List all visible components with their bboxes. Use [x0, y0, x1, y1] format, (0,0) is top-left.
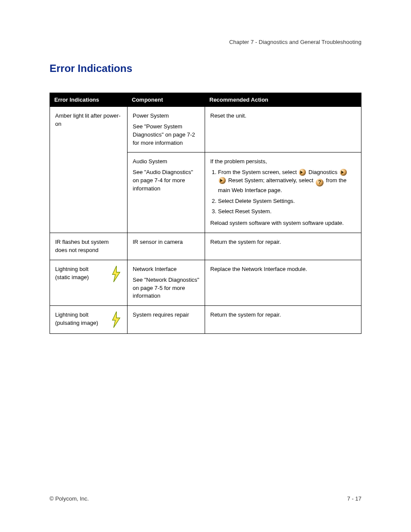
- component-label: IR sensor in camera: [133, 239, 183, 245]
- indication-sub: (static image): [55, 274, 106, 282]
- th-action: Recommended Action: [205, 93, 361, 107]
- indication-text: IR flashes but system does not respond: [55, 239, 109, 253]
- step-text: alternatively, select: [266, 177, 315, 184]
- action-step: Select Delete System Settings.: [218, 197, 356, 205]
- action-text: Return the system for repair.: [210, 239, 281, 245]
- table-row: Lightning bolt (static image) Network In…: [50, 260, 361, 305]
- footer-copyright: © Polycom, Inc.: [50, 495, 89, 502]
- action-lead: If the problem persists,: [210, 158, 356, 166]
- action-step: Select Reset System.: [218, 208, 356, 216]
- action-text: Reset the unit.: [210, 112, 246, 119]
- cell-action: Return the system for repair.: [205, 233, 361, 260]
- step-text: Diagnostics: [308, 169, 337, 175]
- footer-pageno: 7 - 17: [347, 495, 361, 502]
- cell-component: Power System See "Power System Diagnosti…: [128, 107, 205, 152]
- cell-indication: IR flashes but system does not respond: [50, 233, 128, 260]
- lightning-bolt-icon: [110, 311, 122, 328]
- th-indication: Error Indications: [50, 93, 128, 107]
- arrow-right-icon: [299, 169, 306, 176]
- arrow-right-icon: [219, 177, 226, 184]
- arrow-right-icon: [340, 169, 347, 176]
- component-sub: See "Audio Diagnostics" on page 7-4 for …: [133, 168, 199, 193]
- table-row: Amber light lit after power-on Power Sys…: [50, 107, 361, 152]
- breadcrumb: Chapter 7 - Diagnostics and General Trou…: [50, 39, 361, 45]
- component-label: Power System: [133, 112, 199, 120]
- cell-component: Network Interface See "Network Diagnosti…: [128, 260, 205, 305]
- cell-component: System requires repair: [128, 306, 205, 334]
- component-label: Network Interface: [133, 265, 199, 274]
- table-row: IR flashes but system does not respond I…: [50, 233, 361, 260]
- error-indications-table: Error Indications Component Recommended …: [50, 93, 361, 334]
- cell-action: Reset the unit.: [205, 107, 361, 152]
- cell-component: Audio System See "Audio Diagnostics" on …: [128, 152, 205, 233]
- svg-marker-0: [112, 266, 120, 282]
- cell-indication: Lightning bolt (static image): [50, 260, 128, 305]
- indication-text: Lightning bolt: [55, 265, 106, 274]
- step-text: Reset System: [228, 177, 263, 184]
- indication-text: Amber light lit after power-on: [55, 112, 121, 127]
- component-sub: See "Network Diagnostics" on page 7-5 fo…: [133, 276, 199, 301]
- action-step: From the System screen, select Diagnosti…: [218, 168, 356, 194]
- cell-indication: Lightning bolt (pulsating image): [50, 306, 128, 334]
- step-text: From the System screen, select: [218, 169, 298, 175]
- cell-indication: Amber light lit after power-on: [50, 107, 128, 233]
- section-title: Error Indications: [50, 62, 361, 75]
- action-text: Return the system for repair.: [210, 311, 281, 318]
- action-text: Replace the Network Interface module.: [210, 266, 307, 272]
- page-footer: © Polycom, Inc. 7 - 17: [50, 495, 361, 502]
- table-row: Lightning bolt (pulsating image) System …: [50, 306, 361, 334]
- cell-action: Replace the Network Interface module.: [205, 260, 361, 305]
- indication-text: Lightning bolt: [55, 311, 106, 319]
- th-component: Component: [128, 93, 205, 107]
- cell-action: If the problem persists, From the System…: [205, 152, 361, 233]
- indication-sub: (pulsating image): [55, 319, 106, 327]
- help-icon: ?: [316, 179, 324, 187]
- svg-marker-1: [112, 312, 120, 328]
- component-label: Audio System: [133, 158, 199, 166]
- cell-action: Return the system for repair.: [205, 306, 361, 334]
- component-label: System requires repair: [133, 311, 189, 318]
- lightning-bolt-icon: [110, 265, 122, 283]
- table-head-row: Error Indications Component Recommended …: [50, 93, 361, 107]
- cell-component: IR sensor in camera: [128, 233, 205, 260]
- component-sub: See "Power System Diagnostics" on page 7…: [133, 123, 199, 147]
- action-text: Reload system software with system softw…: [210, 219, 356, 227]
